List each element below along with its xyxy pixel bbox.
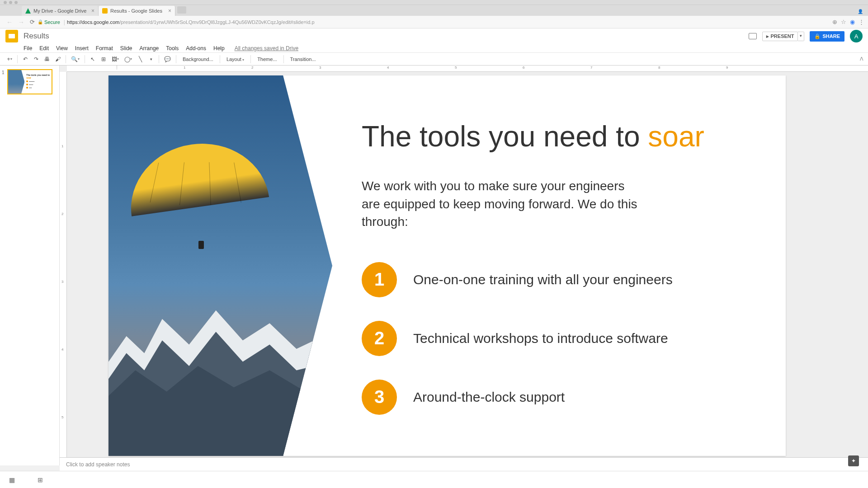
slide-subtitle[interactable]: We work with you to make sure your engin… xyxy=(362,177,642,230)
image-tool[interactable]: 🖼 xyxy=(109,55,121,64)
layout-button[interactable]: Layout xyxy=(223,55,248,63)
undo-button[interactable]: ↶ xyxy=(20,55,30,64)
save-status[interactable]: All changes saved in Drive xyxy=(235,45,298,52)
horizontal-ruler: ┊ 1 2 3 4 5 6 7 8 9 xyxy=(67,66,868,72)
bullet-row-1[interactable]: 1 One-on-one training with all your engi… xyxy=(362,262,741,297)
browser-tab-drive[interactable]: My Drive - Google Drive × xyxy=(22,6,99,16)
comment-tool[interactable]: 💬 xyxy=(162,55,173,64)
play-icon: ▸ xyxy=(766,33,769,39)
url-display[interactable]: https://docs.google.com/presentation/d/1… xyxy=(67,19,315,25)
bullet-text: Technical workshops to introduce softwar… xyxy=(413,331,668,346)
new-slide-button[interactable]: + xyxy=(5,55,14,64)
tab-title: My Drive - Google Drive xyxy=(33,8,86,14)
bottom-bar: ▦ ⊞ xyxy=(0,471,868,488)
transition-button[interactable]: Transition... xyxy=(287,55,320,63)
slide-number: 1 xyxy=(2,70,5,75)
main-area: 1 The tools you need to soar ▬▬▬▬ ▬▬▬ ▬▬… xyxy=(0,66,868,465)
present-button[interactable]: ▸ PRESENT xyxy=(762,32,798,41)
menu-format[interactable]: Format xyxy=(96,45,113,52)
filmstrip-view-icon[interactable]: ▦ xyxy=(9,476,15,483)
minimize-window-icon[interactable] xyxy=(9,1,12,4)
reload-icon[interactable]: ⟳ xyxy=(30,19,35,25)
select-tool[interactable]: ↖ xyxy=(88,55,98,64)
document-title[interactable]: Results xyxy=(24,32,49,41)
comments-icon[interactable] xyxy=(749,33,757,39)
bullet-number-badge: 1 xyxy=(362,262,397,297)
explore-button[interactable] xyxy=(848,455,859,466)
back-icon[interactable]: ← xyxy=(6,19,13,26)
line-dropdown[interactable]: ▾ xyxy=(146,56,156,63)
app-header: Results ▸ PRESENT ▾ 🔒 SHARE A xyxy=(0,28,868,44)
account-avatar[interactable]: A xyxy=(850,30,863,42)
menu-icon[interactable]: ⋮ xyxy=(859,19,864,25)
lock-icon: 🔒 xyxy=(38,19,43,24)
paint-format-button[interactable]: 🖌 xyxy=(53,55,63,64)
vertical-ruler: 1 2 3 4 5 xyxy=(60,72,67,465)
share-button[interactable]: 🔒 SHARE xyxy=(810,31,844,42)
speaker-notes-placeholder: Click to add speaker notes xyxy=(66,461,130,468)
lock-icon: 🔒 xyxy=(814,33,821,39)
slide-bullets[interactable]: 1 One-on-one training with all your engi… xyxy=(362,262,741,415)
tab-title: Results - Google Slides xyxy=(110,8,162,14)
bullet-row-2[interactable]: 2 Technical workshops to introduce softw… xyxy=(362,321,741,356)
browser-tab-strip: My Drive - Google Drive × Results - Goog… xyxy=(0,5,868,16)
canvas-area[interactable]: ┊ 1 2 3 4 5 6 7 8 9 1 2 3 4 5 xyxy=(60,66,868,465)
close-tab-icon[interactable]: × xyxy=(168,8,171,14)
menu-slide[interactable]: Slide xyxy=(120,45,132,52)
extension-icon[interactable]: ◉ xyxy=(850,19,855,25)
bullet-row-3[interactable]: 3 Around-the-clock support xyxy=(362,380,741,415)
maximize-window-icon[interactable] xyxy=(14,1,18,4)
menu-bar: File Edit View Insert Format Slide Arran… xyxy=(0,44,868,53)
bullet-number-badge: 2 xyxy=(362,321,397,356)
slide-hero-image[interactable] xyxy=(108,75,332,456)
forward-icon: → xyxy=(18,19,24,26)
slides-logo-icon[interactable] xyxy=(5,30,18,42)
drive-favicon-icon xyxy=(25,8,31,14)
chrome-profile-icon[interactable]: 👤 xyxy=(856,7,864,15)
macos-window-controls xyxy=(0,0,868,5)
menu-addons[interactable]: Add-ons xyxy=(186,45,206,52)
browser-address-bar: ← → ⟳ 🔒 Secure | https://docs.google.com… xyxy=(0,16,868,28)
secure-label: Secure xyxy=(44,19,60,25)
menu-view[interactable]: View xyxy=(56,45,68,52)
slide-canvas[interactable]: The tools you need to soar We work with … xyxy=(108,75,786,456)
menu-help[interactable]: Help xyxy=(213,45,225,52)
paraglider-graphic xyxy=(127,144,265,258)
redo-button[interactable]: ↷ xyxy=(31,55,41,64)
present-dropdown[interactable]: ▾ xyxy=(798,32,804,41)
speaker-notes[interactable]: Click to add speaker notes xyxy=(60,457,868,471)
theme-button[interactable]: Theme... xyxy=(254,55,280,63)
bookmark-icon[interactable]: ☆ xyxy=(841,19,846,25)
menu-insert[interactable]: Insert xyxy=(75,45,89,52)
slide-thumbnail-1[interactable]: The tools you need to soar ▬▬▬▬ ▬▬▬ ▬▬ xyxy=(7,69,52,94)
slide-title[interactable]: The tools you need to soar xyxy=(362,121,741,152)
print-button[interactable]: 🖶 xyxy=(42,55,52,64)
textbox-tool[interactable]: ⊞ xyxy=(99,55,108,64)
shape-tool[interactable]: ◯ xyxy=(122,55,134,64)
background-button[interactable]: Background... xyxy=(179,55,217,63)
zoom-icon[interactable]: ⊕ xyxy=(832,19,837,25)
collapse-toolbar-icon[interactable]: ᐱ xyxy=(860,56,863,62)
new-tab-button[interactable] xyxy=(177,6,186,14)
line-tool[interactable]: ╲ xyxy=(135,55,145,64)
mountains-graphic xyxy=(108,285,332,456)
slide-content[interactable]: The tools you need to soar We work with … xyxy=(362,121,741,438)
menu-file[interactable]: File xyxy=(24,45,32,52)
bullet-text: One-on-one training with all your engine… xyxy=(413,272,673,287)
grid-view-icon[interactable]: ⊞ xyxy=(38,476,43,483)
bullet-text: Around-the-clock support xyxy=(413,389,565,405)
toolbar: + ↶ ↷ 🖶 🖌 🔍 ↖ ⊞ 🖼 ◯ ╲ ▾ 💬 Background... … xyxy=(0,53,868,66)
menu-edit[interactable]: Edit xyxy=(39,45,49,52)
filmstrip: 1 The tools you need to soar ▬▬▬▬ ▬▬▬ ▬▬ xyxy=(0,66,60,465)
browser-tab-slides[interactable]: Results - Google Slides × xyxy=(99,6,175,16)
bullet-number-badge: 3 xyxy=(362,380,397,415)
close-window-icon[interactable] xyxy=(4,1,7,4)
zoom-button[interactable]: 🔍 xyxy=(69,55,82,64)
slides-favicon-icon xyxy=(102,8,108,14)
menu-tools[interactable]: Tools xyxy=(166,45,179,52)
menu-arrange[interactable]: Arrange xyxy=(140,45,159,52)
close-tab-icon[interactable]: × xyxy=(91,8,94,14)
